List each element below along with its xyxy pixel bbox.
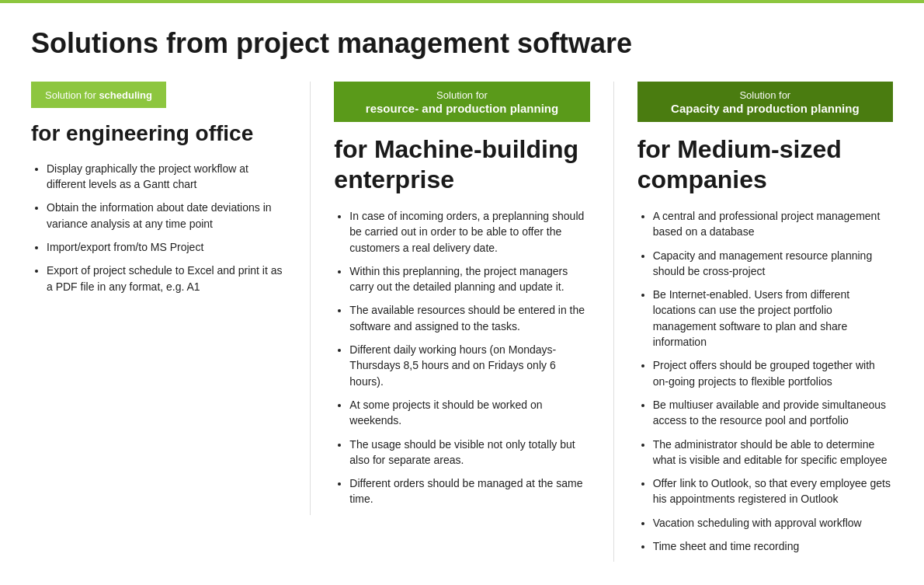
list-item: A central and professional project manag…	[653, 208, 893, 240]
list-item: Project offers should be grouped togethe…	[653, 357, 893, 389]
list-item: The available resources should be entere…	[349, 302, 589, 334]
page-title: Solutions from project management softwa…	[31, 26, 893, 60]
list-item: Display graphically the project workflow…	[47, 161, 287, 193]
list-item: Be multiuser available and provide simul…	[653, 397, 893, 429]
list-item: Within this preplanning, the project man…	[349, 263, 589, 295]
column-title-1: for engineering office	[31, 120, 287, 147]
list-item: Obtain the information about date deviat…	[47, 200, 287, 232]
column-title-2: for Machine-building enterprise	[334, 134, 589, 194]
badge-capacity: Solution for Capacity and production pla…	[637, 82, 893, 122]
list-resource: In case of incoming orders, a preplannin…	[334, 208, 589, 507]
badge-label-3: Solution for	[739, 89, 790, 101]
column-resource-planning: Solution for resource- and production pl…	[310, 82, 589, 515]
badge-label-2: Solution for	[436, 89, 488, 101]
list-item: Different orders should be managed at th…	[349, 475, 589, 507]
badge-resource: Solution for resource- and production pl…	[334, 82, 589, 122]
list-item: At some projects it should be worked on …	[349, 397, 589, 429]
list-item: Be Internet-enabled. Users from differen…	[653, 287, 893, 350]
list-item: Import/export from/to MS Project	[47, 239, 287, 255]
badge-scheduling: Solution for scheduling	[31, 82, 166, 108]
badge-bold-2: resource- and production planning	[366, 102, 558, 115]
list-capacity: A central and professional project manag…	[637, 208, 893, 554]
badge-bold-1: scheduling	[99, 89, 152, 101]
list-item: Vacation scheduling with approval workfl…	[653, 515, 893, 531]
list-item: Offer link to Outlook, so that every emp…	[653, 475, 893, 507]
badge-bold-3: Capacity and production planning	[671, 102, 860, 115]
list-item: The administrator should be able to dete…	[653, 437, 893, 468]
columns-container: Solution for scheduling for engineering …	[31, 82, 893, 562]
list-item: Different daily working hours (on Monday…	[349, 342, 589, 389]
column-title-3: for Medium-sized companies	[637, 134, 893, 194]
list-item: The usage should be visible not only tot…	[349, 437, 589, 468]
list-item: In case of incoming orders, a preplannin…	[349, 208, 589, 256]
list-item: Capacity and management resource plannin…	[653, 248, 893, 280]
column-capacity-planning: Solution for Capacity and production pla…	[613, 82, 893, 562]
list-scheduling: Display graphically the project workflow…	[31, 161, 287, 294]
badge-label-1: Solution for scheduling	[45, 89, 152, 101]
column-scheduling: Solution for scheduling for engineering …	[31, 82, 287, 302]
list-item: Time sheet and time recording	[653, 538, 893, 554]
list-item: Export of project schedule to Excel and …	[47, 263, 287, 294]
